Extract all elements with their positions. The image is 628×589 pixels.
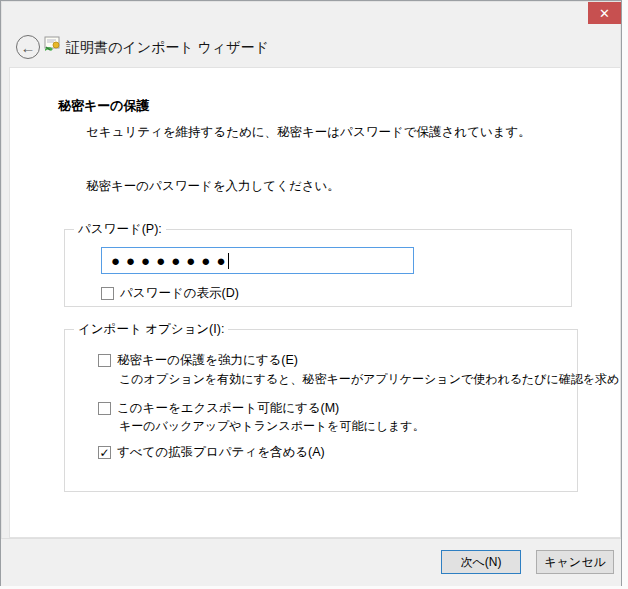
checkbox-checked-icon[interactable]: ✓ bbox=[98, 446, 111, 459]
password-masked-value: ●●●●●●●● bbox=[111, 253, 231, 268]
extended-properties-label: すべての拡張プロパティを含める(A) bbox=[117, 444, 325, 461]
checkbox-unchecked-icon[interactable] bbox=[98, 354, 111, 367]
show-password-checkbox[interactable]: パスワードの表示(D) bbox=[101, 285, 239, 302]
password-prompt: 秘密キーのパスワードを入力してください。 bbox=[86, 178, 340, 195]
next-button[interactable]: 次へ(N) bbox=[441, 550, 521, 574]
wizard-window: ✕ ← 証明書のインポート ウィザード 秘密キーの保護 セキュリティを維持するた… bbox=[0, 0, 622, 586]
strong-protection-description: このオプションを有効にすると、秘密キーがアプリケーションで使われるたびに確認を求… bbox=[119, 371, 621, 388]
exportable-label: このキーをエクスポート可能にする(M) bbox=[117, 400, 339, 417]
import-options-groupbox-label: インポート オプション(I): bbox=[74, 321, 228, 338]
content-panel: 秘密キーの保護 セキュリティを維持するために、秘密キーはパスワードで保護されてい… bbox=[9, 67, 621, 538]
page-subheading: セキュリティを維持するために、秘密キーはパスワードで保護されています。 bbox=[86, 124, 531, 141]
password-input[interactable]: ●●●●●●●● bbox=[101, 247, 414, 274]
checkbox-unchecked-icon[interactable] bbox=[101, 287, 114, 300]
close-button[interactable]: ✕ bbox=[588, 2, 621, 24]
strong-protection-label: 秘密キーの保護を強力にする(E) bbox=[117, 352, 298, 369]
footer-background bbox=[1, 538, 621, 586]
password-groupbox-label: パスワード(P): bbox=[74, 221, 166, 238]
certificate-icon bbox=[44, 36, 61, 52]
checkbox-unchecked-icon[interactable] bbox=[98, 402, 111, 415]
strong-protection-checkbox[interactable]: 秘密キーの保護を強力にする(E) bbox=[98, 352, 298, 369]
footer: 次へ(N) キャンセル bbox=[9, 538, 621, 586]
page-heading: 秘密キーの保護 bbox=[58, 97, 150, 115]
back-button[interactable]: ← bbox=[16, 35, 40, 59]
back-arrow-icon: ← bbox=[21, 40, 36, 55]
cancel-button[interactable]: キャンセル bbox=[536, 550, 614, 574]
check-mark-icon: ✓ bbox=[99, 447, 109, 459]
extended-properties-checkbox[interactable]: ✓ すべての拡張プロパティを含める(A) bbox=[98, 444, 325, 461]
wizard-title: 証明書のインポート ウィザード bbox=[66, 39, 269, 57]
exportable-checkbox[interactable]: このキーをエクスポート可能にする(M) bbox=[98, 400, 339, 417]
show-password-label: パスワードの表示(D) bbox=[120, 285, 239, 302]
exportable-description: キーのバックアップやトランスポートを可能にします。 bbox=[119, 418, 425, 435]
text-caret bbox=[228, 253, 229, 269]
close-icon: ✕ bbox=[599, 6, 610, 21]
